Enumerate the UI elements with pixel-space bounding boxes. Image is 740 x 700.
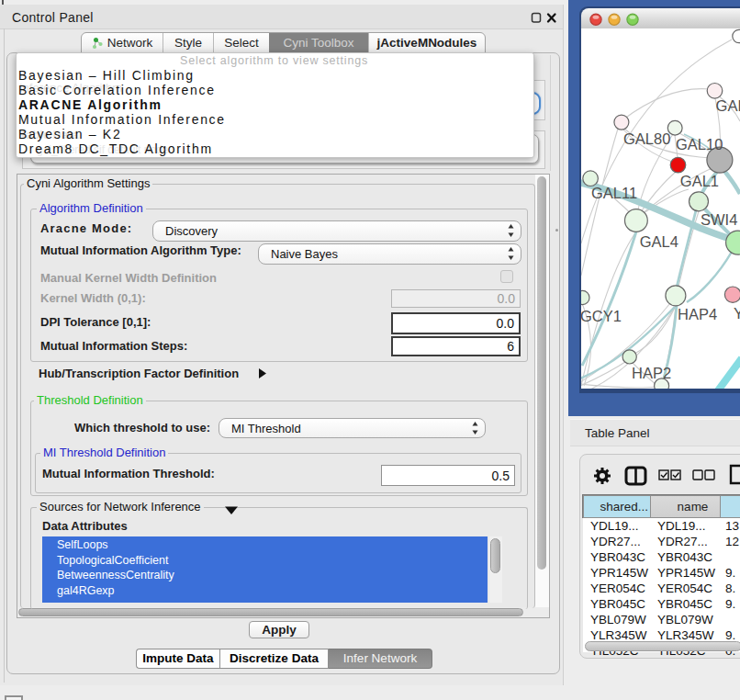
svg-text:GAL1: GAL1 — [680, 173, 719, 189]
svg-text:Y: Y — [734, 305, 740, 322]
svg-text:GAL: GAL — [716, 97, 740, 114]
svg-text:GAL11: GAL11 — [591, 185, 637, 201]
svg-text:GAL10: GAL10 — [676, 136, 723, 152]
svg-text:GAL4: GAL4 — [640, 233, 678, 250]
svg-text:SWI4: SWI4 — [701, 211, 737, 228]
svg-text:HAP2: HAP2 — [632, 365, 671, 381]
svg-text:GAL80: GAL80 — [623, 130, 670, 147]
svg-text:GCY1: GCY1 — [581, 308, 622, 324]
svg-text:HAP4: HAP4 — [678, 306, 717, 322]
